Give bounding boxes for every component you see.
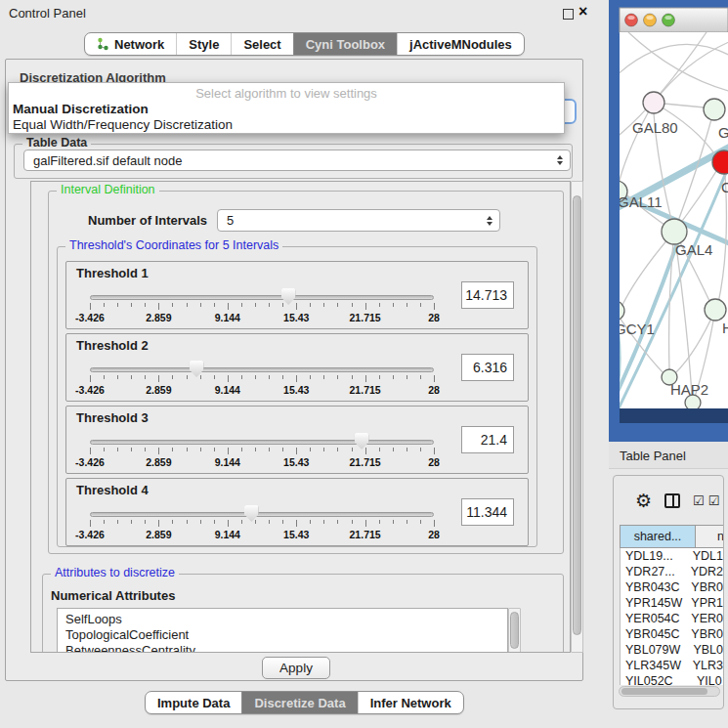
- slider-track[interactable]: [90, 512, 434, 517]
- slider-tick: [200, 303, 201, 307]
- slider-tick: [145, 520, 146, 524]
- checkbox-icon[interactable]: ☑: [693, 494, 705, 507]
- table-row[interactable]: YER054CYER0: [621, 611, 723, 626]
- column-header-shared-name[interactable]: shared...: [620, 525, 696, 548]
- checkbox-icon[interactable]: ☑: [708, 494, 720, 507]
- threshold-value-field[interactable]: 6.316: [461, 354, 514, 381]
- close-icon[interactable]: ×: [578, 3, 587, 21]
- threshold-value-field[interactable]: 14.713: [461, 281, 514, 309]
- table-row[interactable]: YBR045CYBR0: [621, 626, 723, 642]
- slider-tick: [90, 520, 91, 527]
- slider-tick: [352, 375, 353, 379]
- tab-cyni-toolbox[interactable]: Cyni Toolbox: [293, 33, 397, 55]
- slider-tick: [90, 375, 91, 382]
- number-of-intervals-combobox[interactable]: 5: [217, 209, 500, 232]
- slider-tick: [352, 303, 353, 307]
- table-panel: ⚙ ☑ ☑ shared... na YDL19...YDL1YDR27...Y…: [613, 475, 724, 709]
- tab-jactivemnodules[interactable]: jActiveMNodules: [397, 33, 524, 55]
- float-window-icon[interactable]: [563, 9, 574, 20]
- attribute-item[interactable]: TopologicalCoefficient: [65, 627, 507, 643]
- threshold-slider[interactable]: -3.4262.8599.14415.4321.71528: [90, 432, 438, 473]
- slider-tick: [282, 303, 283, 307]
- cell-shared-name: YPR145W: [621, 596, 691, 610]
- slider-tick: [379, 448, 380, 451]
- tab-style[interactable]: Style: [176, 33, 231, 55]
- threshold-label: Threshold 3: [76, 410, 149, 425]
- panel-vertical-scrollbar-thumb[interactable]: [573, 195, 581, 635]
- tab-discretize-data[interactable]: Discretize Data: [241, 692, 357, 713]
- slider-tick: [365, 303, 366, 310]
- network-icon: [97, 37, 109, 51]
- numerical-attributes-list[interactable]: SelfLoopsTopologicalCoefficientBetweenne…: [57, 608, 508, 653]
- table-row[interactable]: YLR345WYLR3: [621, 658, 723, 673]
- network-node[interactable]: [643, 92, 664, 113]
- column-header-name[interactable]: na: [696, 525, 724, 548]
- slider-tick-label: 9.144: [215, 456, 240, 468]
- slider-tick: [214, 448, 215, 451]
- slider-tick: [282, 448, 283, 451]
- table-row[interactable]: YDL19...YDL1: [621, 548, 723, 564]
- apply-button[interactable]: Apply: [262, 657, 330, 679]
- table-data-value: galFiltered.sif default node: [33, 153, 182, 168]
- tab-infer-network[interactable]: Infer Network: [358, 692, 463, 713]
- minimize-traffic-light[interactable]: [644, 14, 657, 26]
- slider-tick: [379, 520, 380, 524]
- table-row[interactable]: YBR043CYBR0: [621, 579, 723, 595]
- cell-shared-name: YBR045C: [621, 627, 691, 641]
- network-view[interactable]: GAL80GAGAL11CGAL4GCY1HHAP2: [609, 0, 728, 442]
- network-node[interactable]: [704, 99, 725, 120]
- slider-tick: [282, 520, 283, 524]
- table-horizontal-scrollbar[interactable]: [619, 686, 720, 697]
- network-node[interactable]: [705, 299, 726, 321]
- network-node-label: GAL11: [618, 193, 663, 210]
- slider-tick: [434, 375, 435, 382]
- attribute-item[interactable]: SelfLoops: [65, 612, 507, 627]
- table-row[interactable]: YPR145WYPR1: [621, 595, 723, 611]
- slider-tick: [323, 448, 324, 451]
- algorithm-option-equal-width[interactable]: Equal Width/Frequency Discretization: [13, 117, 233, 132]
- network-node-label: GCY1: [615, 321, 655, 337]
- table-horizontal-scrollbar-thumb[interactable]: [621, 688, 707, 695]
- slider-track[interactable]: [90, 367, 434, 372]
- table-data-combobox[interactable]: galFiltered.sif default node: [23, 150, 571, 171]
- attributes-scrollbar-thumb[interactable]: [510, 612, 519, 649]
- tab-impute-data[interactable]: Impute Data: [146, 692, 241, 713]
- window-shadow-band: [620, 408, 728, 423]
- slider-tick: [407, 520, 407, 524]
- attribute-item[interactable]: BetweennessCentrality: [65, 643, 507, 653]
- slider-thumb[interactable]: [244, 505, 259, 522]
- tab-label: Impute Data: [157, 696, 230, 710]
- table-row[interactable]: YDR27...YDR2: [621, 564, 723, 579]
- gear-icon[interactable]: ⚙: [635, 492, 652, 510]
- cell-name: YBL0: [693, 643, 723, 657]
- threshold-slider[interactable]: -3.4262.8599.14415.4321.71528: [90, 360, 438, 401]
- slider-tick: [337, 520, 338, 524]
- slider-tick-label: 28: [428, 456, 440, 468]
- tab-select[interactable]: Select: [231, 33, 292, 55]
- slider-tick: [117, 375, 118, 379]
- slider-track[interactable]: [90, 295, 434, 300]
- algorithm-option-manual[interactable]: Manual Discretization: [13, 102, 149, 116]
- threshold-value-field[interactable]: 11.344: [461, 498, 514, 526]
- threshold-slider[interactable]: -3.4262.8599.14415.4321.71528: [90, 287, 438, 328]
- traffic-light-buttons[interactable]: [625, 14, 675, 26]
- threshold-value-field[interactable]: 21.4: [461, 426, 514, 453]
- slider-thumb[interactable]: [190, 361, 204, 377]
- slider-tick-label: 21.715: [350, 312, 381, 323]
- split-view-icon[interactable]: [664, 493, 680, 508]
- close-traffic-light[interactable]: [625, 14, 638, 26]
- threshold-slider[interactable]: -3.4262.8599.14415.4321.71528: [90, 504, 438, 545]
- tab-label: Infer Network: [370, 696, 451, 710]
- tab-network[interactable]: Network: [85, 33, 176, 55]
- slider-track[interactable]: [90, 440, 434, 445]
- slider-tick: [200, 375, 201, 379]
- slider-tick: [365, 375, 366, 382]
- slider-tick: [420, 520, 421, 524]
- table-row[interactable]: YBL079WYBL0: [621, 642, 723, 658]
- slider-thumb[interactable]: [355, 433, 369, 450]
- slider-tick: [104, 448, 105, 451]
- slider-tick: [131, 448, 132, 451]
- slider-tick: [172, 303, 173, 307]
- zoom-traffic-light[interactable]: [663, 14, 675, 26]
- table-row[interactable]: YIL052CYIL0: [621, 673, 723, 685]
